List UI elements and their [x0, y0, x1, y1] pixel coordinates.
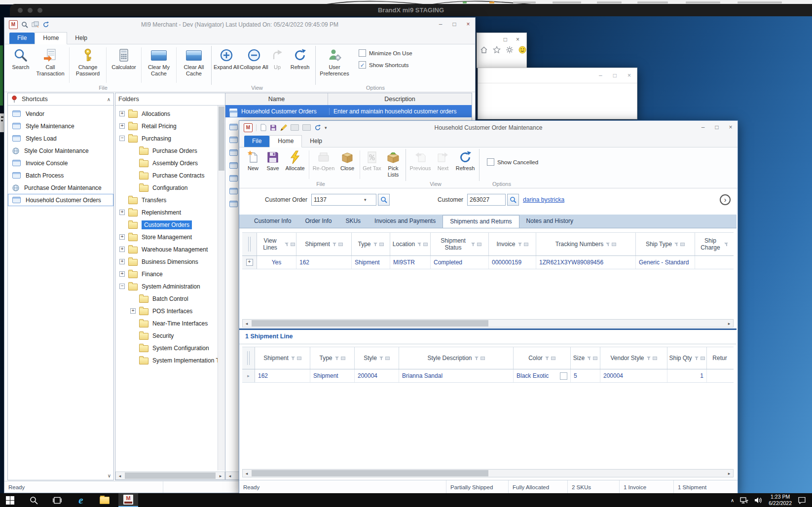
customer-order-combobox[interactable]: ▾	[311, 194, 376, 206]
filter-icon[interactable]	[335, 356, 339, 361]
cell-type[interactable]: Shipment	[352, 256, 390, 269]
column-header-type[interactable]: Type	[352, 233, 390, 255]
cell-size[interactable]: 5	[571, 369, 600, 382]
filter-icon[interactable]	[695, 356, 699, 361]
close-button[interactable]: ×	[724, 121, 738, 134]
tab-skus[interactable]: SKUs	[338, 215, 368, 227]
expander-minus-icon[interactable]: −	[119, 284, 125, 289]
close-order-button[interactable]: Close	[336, 147, 358, 188]
edit-pencil-icon[interactable]	[280, 124, 287, 131]
filter-icon[interactable]	[647, 356, 651, 361]
column-header-type[interactable]: Type	[310, 347, 355, 369]
show-shortcuts-checkbox[interactable]: ✓ Show Shortcuts	[359, 61, 412, 69]
tree-item-replenishment[interactable]: +Replenishment	[115, 206, 225, 218]
shortcut-item-vendor[interactable]: Vendor	[8, 108, 113, 120]
filter-icon[interactable]	[373, 242, 378, 247]
cell-invoice[interactable]: 000000159	[489, 256, 536, 269]
new-document-icon[interactable]	[260, 124, 266, 131]
filter-icon[interactable]	[545, 356, 550, 361]
customer-input[interactable]	[467, 194, 506, 206]
chevron-up-icon[interactable]: ∧	[107, 97, 111, 102]
pin-icon[interactable]	[379, 243, 384, 246]
column-header-description[interactable]: Description	[328, 93, 472, 105]
pin-icon[interactable]	[680, 243, 685, 246]
tree-item-business-dimensions[interactable]: +Business Dimensions	[115, 255, 225, 268]
expand-all-button[interactable]: Expand All	[213, 44, 240, 92]
pin-icon[interactable]	[701, 357, 705, 360]
lines-scrollbar[interactable]: ◂ ▸	[242, 469, 734, 477]
column-header-shipment-status[interactable]: Shipment Status	[431, 233, 489, 255]
column-header-name[interactable]: Name	[225, 93, 328, 105]
tree-item-security[interactable]: Security	[115, 329, 225, 342]
user-preferences-button[interactable]: User Preferences	[317, 44, 352, 92]
minimize-on-use-checkbox[interactable]: Minimize On Use	[359, 49, 412, 57]
save-button[interactable]: Save	[263, 147, 283, 188]
tree-vertical-scrollbar[interactable]	[218, 106, 225, 471]
pin-icon[interactable]	[653, 357, 657, 360]
scroll-left-icon[interactable]: ◂	[116, 473, 124, 478]
cell-tracking-numbers[interactable]: 1ZR621X3YW89089456	[536, 256, 636, 269]
scrollbar-thumb[interactable]	[252, 320, 488, 326]
pin-icon[interactable]	[338, 243, 343, 246]
expander-plus-icon[interactable]: +	[119, 123, 125, 129]
chevron-down-icon[interactable]: ∨	[108, 473, 111, 478]
close-icon[interactable]: ×	[516, 36, 519, 43]
refresh-button[interactable]: Refresh	[286, 44, 314, 92]
pin-icon[interactable]	[524, 243, 528, 246]
clear-my-cache-button[interactable]: Clear My Cache	[143, 44, 175, 92]
cell-type[interactable]: Shipment	[310, 369, 355, 382]
new-button[interactable]: New	[243, 147, 263, 188]
scroll-left-icon[interactable]: ◂	[243, 321, 251, 326]
pin-icon[interactable]	[480, 357, 485, 360]
smiley-icon[interactable]	[518, 46, 526, 54]
tree-item-allocations[interactable]: +Allocations	[115, 108, 225, 120]
home-icon[interactable]	[480, 46, 488, 54]
pin-icon[interactable]	[423, 243, 428, 246]
cell-return[interactable]	[707, 369, 733, 382]
expander-plus-icon[interactable]: +	[119, 234, 125, 240]
tab-order-info[interactable]: Order Info	[298, 215, 338, 227]
minimize-button[interactable]: –	[434, 18, 447, 31]
pin-icon[interactable]	[612, 243, 616, 246]
splitter[interactable]	[239, 328, 737, 330]
filter-icon[interactable]	[587, 356, 591, 361]
customer-search-button[interactable]	[507, 194, 519, 206]
speaker-icon[interactable]	[754, 497, 763, 504]
column-header-view-lines[interactable]: View Lines	[257, 233, 296, 255]
customer-order-search-button[interactable]	[378, 194, 390, 206]
row-expander-icon[interactable]: +	[246, 259, 253, 266]
tab-home[interactable]: Home	[35, 32, 67, 44]
tree-item-customer-orders[interactable]: Customer Orders	[115, 218, 225, 231]
action-center-icon[interactable]	[798, 497, 806, 504]
tree-item-purchase-contracts[interactable]: Purchase Contracts	[115, 169, 225, 181]
column-header-style[interactable]: Style	[355, 347, 399, 369]
column-header-shipment[interactable]: Shipment	[255, 347, 310, 369]
column-header-color[interactable]: Color	[514, 347, 571, 369]
column-header-style-description[interactable]: Style Description	[399, 347, 514, 369]
shortcut-item-household-customer-orders[interactable]: Household Customer Orders	[8, 194, 113, 206]
call-transaction-button[interactable]: Call Transaction	[33, 44, 68, 92]
tree-item-transfers[interactable]: Transfers	[115, 194, 225, 206]
calculator-button[interactable]: Calculator	[108, 44, 140, 92]
start-button[interactable]	[0, 493, 20, 507]
allocate-button[interactable]: Allocate	[283, 147, 307, 188]
save-icon[interactable]	[270, 124, 277, 131]
tree-item-configuration[interactable]: Configuration	[115, 181, 225, 194]
cell-shipment-status[interactable]: Completed	[431, 256, 489, 269]
internet-explorer-button[interactable]: e	[71, 493, 91, 507]
scrollbar-thumb[interactable]	[219, 107, 224, 171]
column-header-invoice[interactable]: Invoice	[489, 233, 536, 255]
tab-file[interactable]: File	[9, 33, 35, 44]
network-icon[interactable]	[740, 497, 748, 504]
pin-icon[interactable]	[551, 357, 555, 360]
refresh-button[interactable]: Refresh	[453, 147, 478, 188]
column-header-ship-charge[interactable]: Ship Charge	[695, 233, 733, 255]
tree-item-batch-control[interactable]: Batch Control	[115, 292, 225, 305]
tree-item-pos-interfaces[interactable]: +POS Interfaces	[115, 305, 225, 317]
tree-item-warehouse-management[interactable]: +Warehouse Management	[115, 243, 225, 255]
scroll-right-icon[interactable]: ▸	[725, 471, 733, 476]
scroll-right-icon[interactable]: ▸	[725, 321, 733, 326]
filter-icon[interactable]	[379, 356, 384, 361]
close-icon[interactable]: ×	[627, 72, 631, 79]
filter-icon[interactable]	[285, 242, 289, 247]
